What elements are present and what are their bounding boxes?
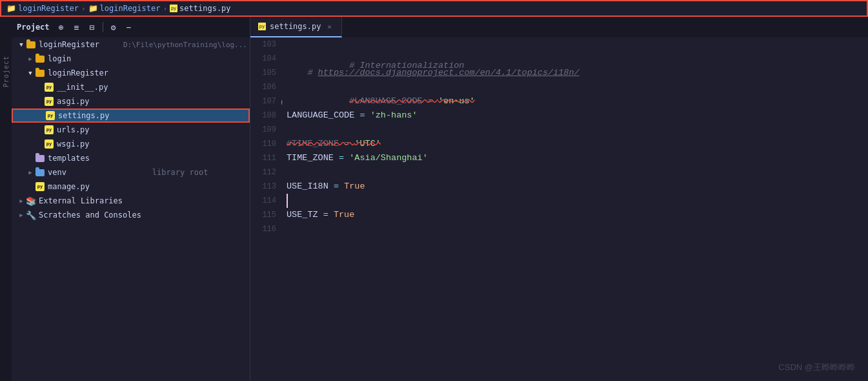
var-language-code: LANGUAGE_CODE [287, 108, 354, 123]
breadcrumb-item-3[interactable]: py settings.py [170, 4, 230, 13]
tree-arrow-templates [26, 154, 35, 163]
op-eq-111: = [334, 151, 349, 165]
tree-arrow-root: ▼ [17, 40, 26, 49]
tab-close-button[interactable]: × [325, 22, 334, 31]
minimize-button[interactable]: − [123, 21, 136, 34]
code-line-108: LANGUAGE_CODE = 'zh-hans' [287, 108, 868, 123]
file-tree: ▼ loginRegister D:\File\pythonTraining\l… [12, 37, 250, 381]
line-num-113: 113 [250, 180, 276, 194]
cursor [287, 195, 288, 207]
code-line-104: ▷ # Internationalization [287, 52, 868, 66]
breadcrumb-item-1[interactable]: 📁 loginRegister [6, 4, 79, 13]
tree-label-manage: manage.py [48, 182, 247, 191]
line-num-104: 104 [250, 52, 276, 66]
vertical-tab-label: Project [3, 56, 10, 87]
watermark: CSDN @王晔晔晔晔 [778, 360, 855, 375]
tree-item-scratches[interactable]: ▶ 🔧 Scratches and Consoles [12, 208, 250, 222]
structure-button[interactable]: ≡ [70, 21, 83, 34]
line-num-107: 107 [250, 94, 276, 108]
struck-timezone-val: 'UTC' [354, 137, 381, 151]
py-icon-manage: py [35, 181, 45, 192]
line-num-111: 111 [250, 151, 276, 165]
tree-label-settings: settings.py [58, 111, 246, 120]
sidebar-toolbar: Project ⊕ ≡ ⊟ ⚙ − [12, 17, 250, 37]
tree-label-loginregister-sub: loginRegister [48, 68, 247, 77]
tree-label-root-path: D:\File\pythonTraining\log... [123, 41, 247, 49]
add-content-button[interactable]: ⊕ [55, 21, 68, 34]
breadcrumb-sep-1: › [81, 5, 86, 13]
bool-true-i18n: True [344, 180, 365, 194]
tree-item-settings[interactable]: py settings.py [12, 108, 250, 123]
tree-label-scratches: Scratches and Consoles [39, 211, 247, 220]
tree-item-loginregister-sub[interactable]: ▼ loginRegister [12, 66, 250, 80]
tree-item-asgi[interactable]: py asgi.py [12, 94, 250, 108]
line-num-116: 116 [250, 222, 276, 236]
tree-arrow-urls [35, 125, 44, 134]
tree-label-asgi: asgi.py [57, 97, 247, 106]
tree-label-wsgi: wsgi.py [57, 139, 247, 149]
tree-arrow-init [35, 83, 44, 92]
tree-arrow-manage [26, 182, 35, 191]
folder-icon-templates [35, 153, 45, 163]
tree-item-wsgi[interactable]: py wsgi.py [12, 137, 250, 151]
sidebar-project-label: Project [17, 23, 50, 32]
code-line-110: #TIME_ZONE = 'UTC' [287, 137, 868, 151]
code-content[interactable]: ▷ # Internationalization # https://docs.… [281, 37, 868, 381]
var-use-i18n: USE_I18N [287, 180, 328, 194]
tree-item-manage[interactable]: py manage.py [12, 180, 250, 194]
code-line-114 [287, 194, 868, 208]
tree-arrow-loginregister-sub: ▼ [26, 68, 35, 77]
tab-bar: py settings.py × [250, 17, 868, 37]
tab-file-icon: py [258, 23, 266, 30]
tab-label: settings.py [270, 22, 321, 31]
op-eq-113: = [328, 180, 344, 194]
breadcrumb: 📁 loginRegister › 📁 loginRegister › py s… [0, 0, 868, 17]
code-editor[interactable]: 103 104 105 106 107 108 109 110 111 112 … [250, 37, 868, 381]
tree-item-ext-libs[interactable]: ▶ 📚 External Libraries [12, 194, 250, 208]
breadcrumb-item-2[interactable]: 📁 loginRegister [88, 4, 161, 13]
code-line-107: 🔒 #LANGUAGE_CODE = 'en-us' [287, 94, 868, 108]
code-line-113: USE_I18N = True [287, 180, 868, 194]
folder-icon-loginregister-sub [35, 68, 45, 78]
line-num-112: 112 [250, 165, 276, 180]
folder-icon-login [35, 54, 45, 64]
tree-arrow-login: ▶ [26, 54, 35, 63]
tree-item-root[interactable]: ▼ loginRegister D:\File\pythonTraining\l… [12, 37, 250, 52]
tree-arrow-settings [36, 111, 45, 120]
editor-area: py settings.py × 103 104 105 106 107 108… [250, 17, 868, 381]
vertical-project-tab[interactable]: Project [0, 17, 12, 381]
comment-url: # [287, 66, 318, 80]
py-icon-init: py [44, 82, 54, 92]
py-icon-asgi: py [44, 96, 54, 107]
line-num-106: 106 [250, 80, 276, 94]
folder-icon-root [26, 39, 36, 50]
line-num-105: 105 [250, 66, 276, 80]
tree-item-init[interactable]: py __init__.py [12, 80, 250, 94]
py-icon-settings: py [45, 110, 56, 121]
collapse-button[interactable]: ⊟ [86, 21, 99, 34]
line-num-115: 115 [250, 208, 276, 222]
var-use-tz: USE_TZ [287, 208, 318, 222]
tree-arrow-wsgi [35, 139, 44, 149]
str-zh-hans: 'zh-hans' [370, 108, 418, 123]
tab-settings[interactable]: py settings.py × [250, 17, 342, 37]
py-icon-wsgi: py [44, 139, 54, 149]
tree-item-venv[interactable]: ▶ venv library root [12, 165, 250, 180]
tree-label-venv: venv [48, 168, 148, 177]
settings-button[interactable]: ⚙ [107, 21, 120, 34]
sidebar: Project ⊕ ≡ ⊟ ⚙ − ▼ loginRegister D:\Fil… [12, 17, 250, 381]
code-line-106 [287, 80, 868, 94]
struck-language-code: #LANGUAGE_CODE = [349, 94, 438, 108]
folder-icon-breadcrumb-2: 📁 [88, 4, 98, 13]
tree-label-venv-extra: library root [148, 168, 248, 177]
tree-item-login[interactable]: ▶ login [12, 52, 250, 66]
tree-label-templates: templates [48, 154, 247, 163]
breadcrumb-sep-2: › [163, 5, 167, 13]
var-timezone: TIME_ZONE [287, 151, 334, 165]
code-line-115: USE_TZ = True [287, 208, 868, 222]
tree-arrow-ext-libs: ▶ [17, 196, 26, 205]
tree-item-urls[interactable]: py urls.py [12, 123, 250, 137]
code-line-116 [287, 222, 868, 236]
tree-item-templates[interactable]: templates [12, 151, 250, 165]
tree-label-root: loginRegister [39, 40, 121, 49]
